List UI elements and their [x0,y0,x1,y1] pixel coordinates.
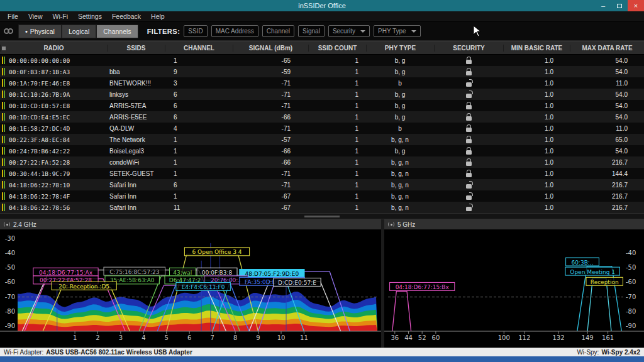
view-tab[interactable]: Physical [18,25,62,38]
column-header[interactable]: SSID COUNT [308,45,366,52]
svg-text:-50: -50 [626,264,636,271]
lock-icon [466,139,472,143]
spectrum-chart-2-4ghz[interactable]: 1234567891011-30-40-50-60-70-80-906 Open… [0,229,381,348]
filter-input[interactable]: Security [328,25,370,37]
menu-item[interactable]: Help [146,13,170,20]
cell-security [434,169,503,178]
table-body: 00:00:00:00:00:00 1 -65 1 b, g 1.0 54.0 … [0,55,644,213]
cell-ssid: ARRIS-E5EE [107,114,165,121]
maximize-button[interactable] [611,0,628,11]
cell-security [434,90,503,99]
signal-indicator-icon [2,136,5,143]
cell-ssid: Safari Inn [107,193,165,200]
menu-item[interactable]: Wi-Fi [48,13,74,20]
lock-icon [466,162,472,166]
table-row[interactable]: 00:1D:CD:E0:57:E8 ARRIS-57EA 6 -71 1 b, … [0,100,644,111]
chevron-down-icon [411,30,416,33]
view-tab[interactable]: Logical [62,25,96,38]
menu-item[interactable]: File [3,13,23,20]
horizontal-splitter[interactable] [0,213,644,219]
table-row[interactable]: 00:1A:70:FE:46:E8 BNETWORK!!! 3 -71 1 b … [0,77,644,89]
cell-signal: -67 [233,193,308,200]
menu-item[interactable]: Settings [73,13,107,20]
cell-radio: 00:27:22:FA:52:28 [0,158,107,166]
cell-min-rate: 1.0 [503,170,570,177]
spectrum-chart-5ghz[interactable]: 36445260100112132149161-40-50-60-70-80-9… [384,229,644,348]
cell-security [434,203,503,212]
link-icon[interactable] [4,28,13,34]
svg-text:-90: -90 [626,322,636,329]
svg-text:-80: -80 [626,308,636,315]
signal-indicator-icon [2,68,5,75]
table-row[interactable]: 00:27:22:FA:52:28 condoWiFi 1 -66 1 b, g… [0,156,644,168]
toolbar: PhysicalLogicalChannels FILTERS: SSID MA… [0,22,644,41]
table-row[interactable]: 00:22:3F:A8:EC:84 The Network 1 -57 1 b,… [0,134,644,145]
table-row[interactable]: 00:1C:10:26:7B:9A linksys 6 -71 1 b, g 1… [0,89,644,100]
cell-phy-type: b, g, n [366,170,434,177]
table-row[interactable]: 04:18:D6:22:78:10 Safari Inn 6 -71 1 b, … [0,179,644,190]
cell-radio: 04:18:D6:22:78:4F [0,192,107,200]
menu-item[interactable]: Feedback [107,13,146,20]
cell-signal: -71 [233,125,308,132]
cell-radio: 04:18:D6:22:78:10 [0,181,107,189]
signal-indicator-icon [2,124,5,132]
chart-5ghz-title: 5 GHz [397,221,415,228]
table-row[interactable]: 00:24:7B:B6:42:22 BoiseLegal3 1 -66 1 b,… [0,145,644,156]
cell-signal: -66 [233,114,308,121]
svg-text:44: 44 [404,334,413,341]
cell-ssid-count: 1 [308,159,366,166]
filter-input[interactable]: MAC Address [211,25,258,37]
svg-text:-40: -40 [5,250,15,256]
wispy-value: Wi-Spy 2.4x2 [601,349,640,356]
filter-input[interactable]: PHY Type [374,25,421,37]
close-button[interactable]: × [628,0,644,11]
cell-ssid-count: 1 [308,114,366,121]
column-header[interactable]: SSIDS [107,45,165,52]
column-header[interactable]: SECURITY [434,45,503,52]
table-row[interactable]: 00:00:00:00:00:00 1 -65 1 b, g 1.0 54.0 [0,55,644,66]
table-row[interactable]: 04:18:D6:22:78:56 Safari Inn 11 -67 1 b,… [0,202,644,213]
minimize-button[interactable]: – [595,0,611,11]
table-row[interactable]: 04:18:D6:22:78:4F Safari Inn 1 -67 1 b, … [0,190,644,202]
cell-phy-type: b, g, n [366,204,434,211]
cell-signal: -71 [233,170,308,177]
table-row[interactable]: 00:0F:B3:87:1B:A3 bba 9 -59 1 b, g 1.0 5… [0,66,644,77]
cell-channel: 6 [165,114,233,121]
cell-min-rate: 1.0 [503,125,570,132]
menu-item[interactable]: View [23,13,48,20]
cell-security [434,101,503,111]
table-row[interactable]: 00:1D:CD:E4:E5:EC ARRIS-E5EE 6 -66 1 b, … [0,111,644,123]
svg-text:Open Meeting 1: Open Meeting 1 [570,269,615,275]
svg-text:00:0F:B3:8: 00:0F:B3:8 [202,270,233,276]
cell-security [434,135,503,145]
cell-min-rate: 1.0 [503,148,570,155]
column-header[interactable]: SIGNAL (dBm) [233,45,308,52]
column-header[interactable]: RADIO [0,45,107,52]
view-switcher: PhysicalLogicalChannels [18,25,138,38]
svg-text:6 Open Office 3 4: 6 Open Office 3 4 [192,249,242,255]
chart-24ghz-header: 2.4 GHz [0,219,381,229]
cell-radio: 00:0F:B3:87:1B:A3 [0,68,107,75]
svg-text:36: 36 [391,334,399,341]
table-row[interactable]: 00:30:44:1B:9C:79 SETEK-GUEST 1 -71 1 b,… [0,168,644,179]
statusbar: Wi-Fi Adapter: ASUS USB-AC56 802.11ac Wi… [0,348,644,356]
view-tab[interactable]: Channels [96,25,138,38]
column-header[interactable]: CHANNEL [165,45,233,52]
cell-security [434,56,503,65]
filter-input[interactable]: Signal [298,25,325,37]
cell-ssid-count: 1 [308,182,366,189]
column-header[interactable]: MIN BASIC RATE [503,45,570,52]
cell-radio: 00:1D:CD:E0:57:E8 [0,102,107,109]
cell-radio: 00:1E:58:27:DC:4D [0,124,107,132]
table-row[interactable]: 00:1E:58:27:DC:4D QA-DLW 4 -71 1 b 1.0 1… [0,123,644,134]
filter-input[interactable]: Channel [262,25,294,37]
column-header[interactable]: MAX DATA RATE [570,45,644,52]
cell-signal: -65 [233,57,308,64]
svg-text:3: 3 [119,334,123,341]
filter-input[interactable]: SSID [184,25,207,37]
column-header[interactable]: PHY TYPE [366,45,434,52]
cell-channel: 11 [165,204,233,211]
cell-phy-type: b, g [366,91,434,98]
cell-ssid: ARRIS-57EA [107,102,165,109]
cell-security [434,146,503,156]
